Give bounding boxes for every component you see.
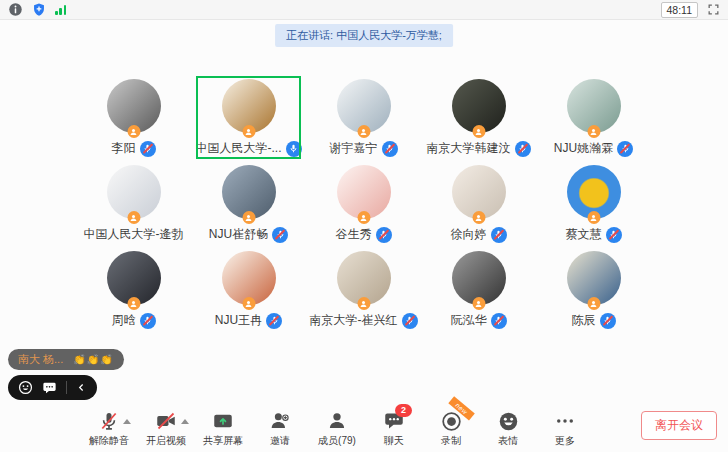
security-shield-icon[interactable] (32, 2, 46, 17)
share-screen-icon (212, 411, 234, 431)
clap-emojis: 👏👏👏 (73, 354, 113, 365)
mic-muted-icon (272, 227, 288, 243)
more-icon (554, 411, 576, 431)
participant-tile[interactable]: 中国人民大学-... (191, 76, 306, 162)
smiley-icon[interactable] (18, 380, 33, 395)
toolbar-icon-slot (554, 410, 576, 432)
participant-tile[interactable]: 李阳 (76, 76, 191, 162)
chevron-left-icon[interactable] (76, 382, 87, 393)
mic-muted-icon (491, 227, 507, 243)
mic-muted-icon (617, 141, 633, 157)
participant-name-row: NJU崔舒畅 (209, 226, 288, 243)
reaction-toast: 南大 杨... 👏👏👏 (8, 349, 124, 370)
toolbar-button-label: 录制 (441, 434, 461, 448)
chat-button[interactable]: 2 聊天 (373, 410, 415, 448)
participant-name-row: 中国人民大学-逄勃 (84, 226, 184, 243)
participant-name-row: 谷生秀 (336, 226, 392, 243)
mic-muted-icon (382, 141, 398, 157)
host-badge-icon (587, 211, 600, 224)
toolbar-button-label: 邀请 (270, 434, 290, 448)
participant-name: 陈辰 (572, 312, 596, 329)
participant-name: 李阳 (112, 140, 136, 157)
mic-muted-icon (606, 227, 622, 243)
record-button[interactable]: new 录制 (430, 410, 472, 448)
share-screen-button[interactable]: 共享屏幕 (202, 410, 244, 448)
network-signal-icon[interactable] (55, 4, 66, 15)
host-badge-icon (357, 211, 370, 224)
toolbar-icon-slot (212, 410, 234, 432)
avatar (107, 79, 161, 133)
participant-tile[interactable]: 陈辰 (536, 248, 651, 334)
participant-tile[interactable]: NJU崔舒畅 (191, 162, 306, 248)
participant-tile[interactable]: 南京大学韩建汶 (421, 76, 536, 162)
start-video-button[interactable]: 开启视频 (145, 410, 187, 448)
meeting-info-icon[interactable] (8, 2, 23, 17)
toolbar-icon-slot (327, 410, 347, 432)
participant-name-row: NJU姚瀚霖 (554, 140, 633, 157)
toolbar-button-label: 表情 (498, 434, 518, 448)
host-badge-icon (472, 211, 485, 224)
message-bubble-icon[interactable] (42, 381, 57, 395)
toolbar-icon-slot: 2 (384, 410, 404, 432)
participant-name-row: 徐向婷 (451, 226, 507, 243)
participant-tile[interactable]: 周晗 (76, 248, 191, 334)
avatar (452, 165, 506, 219)
avatar (222, 251, 276, 305)
participant-tile[interactable]: 南京大学-崔兴红 (306, 248, 421, 334)
participant-name: 阮泓华 (451, 312, 487, 329)
chevron-up-icon[interactable] (123, 419, 131, 424)
mic-muted-icon (140, 141, 156, 157)
divider (66, 381, 67, 394)
chat-unread-badge: 2 (395, 404, 412, 417)
meeting-top-bar: 48:11 (0, 0, 728, 20)
toolbar-button-label: 共享屏幕 (203, 434, 243, 448)
host-badge-icon (127, 297, 140, 310)
participant-tile[interactable]: NJU姚瀚霖 (536, 76, 651, 162)
leave-meeting-button[interactable]: 离开会议 (641, 411, 717, 440)
participant-name: 徐向婷 (451, 226, 487, 243)
participant-name-row: 李阳 (112, 140, 156, 157)
participant-name: 谢宇嘉宁 (330, 140, 378, 157)
toolbar-button-label: 开启视频 (146, 434, 186, 448)
reaction-sender: 南大 杨... (18, 352, 63, 367)
participant-name: 南京大学韩建汶 (427, 140, 511, 157)
unmute-button[interactable]: 解除静音 (88, 410, 130, 448)
participant-name-row: 南京大学-崔兴红 (310, 312, 418, 329)
active-speaker-banner: 正在讲话: 中国人民大学-万学慧; (275, 24, 453, 47)
mic-muted-icon (266, 313, 282, 329)
host-badge-icon (127, 211, 140, 224)
participant-name: 蔡文慧 (566, 226, 602, 243)
participant-tile[interactable]: 蔡文慧 (536, 162, 651, 248)
participant-name-row: 阮泓华 (451, 312, 507, 329)
fullscreen-icon[interactable] (707, 3, 720, 16)
participant-name: NJU姚瀚霖 (554, 140, 613, 157)
participant-name: 周晗 (112, 312, 136, 329)
chevron-up-icon[interactable] (181, 419, 189, 424)
mic-muted-icon (99, 411, 119, 431)
emoji-icon (498, 411, 519, 432)
host-badge-icon (472, 125, 485, 138)
more-button[interactable]: 更多 (544, 410, 586, 448)
participant-tile[interactable]: 中国人民大学-逄勃 (76, 162, 191, 248)
invite-button[interactable]: 邀请 (259, 410, 301, 448)
mic-muted-icon (140, 313, 156, 329)
participant-tile[interactable]: NJU王冉 (191, 248, 306, 334)
members-icon (327, 411, 347, 431)
quick-reaction-bar (8, 375, 97, 400)
toolbar-button-label: 更多 (555, 434, 575, 448)
host-badge-icon (127, 125, 140, 138)
participant-tile[interactable]: 谢宇嘉宁 (306, 76, 421, 162)
participants-grid: 李阳 中国人民大学-... 谢宇嘉宁 (76, 76, 651, 334)
avatar (337, 165, 391, 219)
avatar (222, 165, 276, 219)
host-badge-icon (357, 125, 370, 138)
toolbar-icon-slot (155, 410, 177, 432)
members-button[interactable]: 成员(79) (316, 410, 358, 448)
invite-icon (269, 411, 291, 431)
host-badge-icon (242, 297, 255, 310)
participant-tile[interactable]: 徐向婷 (421, 162, 536, 248)
reactions-button[interactable]: 表情 (487, 410, 529, 448)
participant-tile[interactable]: 谷生秀 (306, 162, 421, 248)
participant-tile[interactable]: 阮泓华 (421, 248, 536, 334)
host-badge-icon (242, 125, 255, 138)
